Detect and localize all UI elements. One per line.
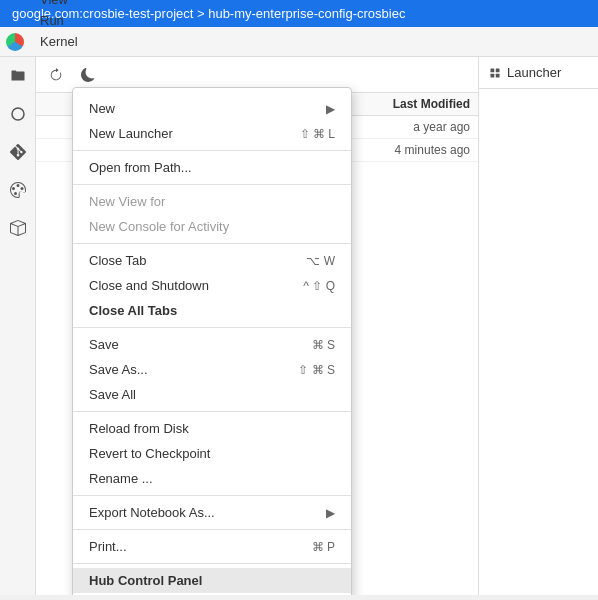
menu-row-shortcut: ⌘ S: [312, 338, 335, 352]
menu-row-label: Export Notebook As...: [89, 505, 326, 520]
menu-row-label: Revert to Checkpoint: [89, 446, 335, 461]
menu-item-revert-to-checkpoint[interactable]: Revert to Checkpoint: [73, 441, 351, 466]
menu-row-arrow-icon: ▶: [326, 102, 335, 116]
svg-rect-2: [496, 68, 500, 72]
menu-section-3: Close Tab⌥ WClose and Shutdown^ ⇧ QClose…: [73, 244, 351, 328]
menu-row-label: Open from Path...: [89, 160, 335, 175]
launcher-tab[interactable]: Launcher: [479, 57, 598, 89]
menu-row-label: Close Tab: [89, 253, 286, 268]
menu-item-close-tab[interactable]: Close Tab⌥ W: [73, 248, 351, 273]
menu-row-shortcut: ⇧ ⌘ S: [298, 363, 335, 377]
menu-item-close-all-tabs[interactable]: Close All Tabs: [73, 298, 351, 323]
menu-item-hub-control-panel[interactable]: Hub Control Panel: [73, 568, 351, 593]
sidebar-box-icon[interactable]: [7, 217, 29, 239]
menu-item-log-out[interactable]: Log Out: [73, 593, 351, 595]
sidebar-git-icon[interactable]: [7, 141, 29, 163]
svg-rect-3: [491, 73, 495, 77]
right-panel: Launcher: [478, 57, 598, 595]
menu-item-rename-[interactable]: Rename ...: [73, 466, 351, 491]
menu-bar-item-kernel[interactable]: Kernel: [32, 31, 95, 52]
file-dropdown-menu: New▶New Launcher⇧ ⌘ LOpen from Path...Ne…: [72, 87, 352, 595]
app-logo: [4, 31, 26, 53]
menu-section-5: Reload from DiskRevert to CheckpointRena…: [73, 412, 351, 496]
settings-button[interactable]: [76, 63, 100, 87]
menu-row-label: New: [89, 101, 326, 116]
menu-row-label: Reload from Disk: [89, 421, 335, 436]
menu-item-reload-from-disk[interactable]: Reload from Disk: [73, 416, 351, 441]
menu-item-save[interactable]: Save⌘ S: [73, 332, 351, 357]
menu-row-shortcut: ^ ⇧ Q: [303, 279, 335, 293]
menu-item-close-and-shutdown[interactable]: Close and Shutdown^ ⇧ Q: [73, 273, 351, 298]
menu-row-label: New Console for Activity: [89, 219, 335, 234]
menu-row-shortcut: ⌥ W: [306, 254, 335, 268]
menu-section-6: Export Notebook As...▶: [73, 496, 351, 530]
content-area: Last Modified a year ago 4 minutes ago N…: [0, 57, 598, 595]
menu-bar: FileEditViewRunKernelGitTabsSettingsHelp: [0, 27, 598, 57]
svg-rect-1: [491, 68, 495, 72]
sidebar-circle-icon[interactable]: [7, 103, 29, 125]
sidebar-palette-icon[interactable]: [7, 179, 29, 201]
menu-item-new[interactable]: New▶: [73, 96, 351, 121]
menu-row-label: Close All Tabs: [89, 303, 335, 318]
menu-item-save-all[interactable]: Save All: [73, 382, 351, 407]
main-panel: Last Modified a year ago 4 minutes ago N…: [36, 57, 478, 595]
menu-item-new-view-for: New View for: [73, 189, 351, 214]
launcher-tab-label: Launcher: [507, 65, 561, 80]
menu-row-label: New Launcher: [89, 126, 280, 141]
menu-row-shortcut: ⌘ P: [312, 540, 335, 554]
refresh-button[interactable]: [44, 63, 68, 87]
menu-row-label: Save As...: [89, 362, 278, 377]
menu-row-label: Save All: [89, 387, 335, 402]
menu-row-label: New View for: [89, 194, 335, 209]
svg-rect-4: [496, 73, 500, 77]
menu-section-0: New▶New Launcher⇧ ⌘ L: [73, 92, 351, 151]
menu-item-save-as-[interactable]: Save As...⇧ ⌘ S: [73, 357, 351, 382]
menu-item-new-console-for-activity: New Console for Activity: [73, 214, 351, 239]
menu-item-export-notebook-as-[interactable]: Export Notebook As...▶: [73, 500, 351, 525]
menu-section-2: New View forNew Console for Activity: [73, 185, 351, 244]
svg-point-0: [12, 108, 24, 120]
sidebar-folder-icon[interactable]: [7, 65, 29, 87]
menu-row-arrow-icon: ▶: [326, 506, 335, 520]
menu-section-4: Save⌘ SSave As...⇧ ⌘ SSave All: [73, 328, 351, 412]
menu-section-7: Print...⌘ P: [73, 530, 351, 564]
menu-row-label: Hub Control Panel: [89, 573, 335, 588]
menu-section-1: Open from Path...: [73, 151, 351, 185]
menu-row-label: Save: [89, 337, 292, 352]
menu-bar-item-view[interactable]: View: [32, 0, 95, 10]
menu-section-8: Hub Control PanelLog Out: [73, 564, 351, 595]
menu-row-label: Rename ...: [89, 471, 335, 486]
menu-bar-item-run[interactable]: Run: [32, 10, 95, 31]
menu-item-print-[interactable]: Print...⌘ P: [73, 534, 351, 559]
menu-row-label: Close and Shutdown: [89, 278, 283, 293]
menu-item-open-from-path-[interactable]: Open from Path...: [73, 155, 351, 180]
menu-row-label: Print...: [89, 539, 292, 554]
menu-item-new-launcher[interactable]: New Launcher⇧ ⌘ L: [73, 121, 351, 146]
sidebar-icons: [0, 57, 36, 595]
menu-row-shortcut: ⇧ ⌘ L: [300, 127, 335, 141]
